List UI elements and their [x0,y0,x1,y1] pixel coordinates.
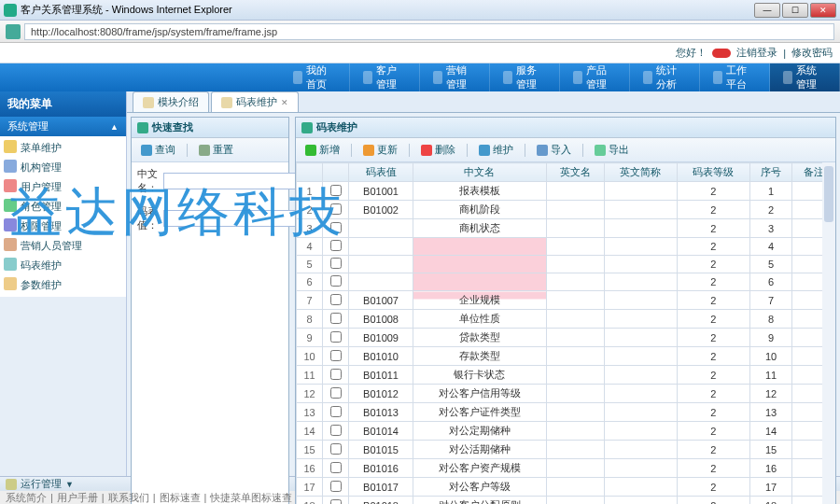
cell-en [546,256,604,273]
grid-toolbar: 新增 更新 删除 维护 导入 导出 [296,138,835,162]
row-checkbox[interactable] [330,350,342,361]
close-icon[interactable]: ✕ [281,98,288,107]
code-value-input[interactable] [163,210,301,227]
cell-level: 2 [677,403,749,422]
footer-link[interactable]: 快捷菜单图标速查 [210,491,292,505]
sidebar-item[interactable]: 机构管理 [0,158,126,177]
column-header[interactable] [297,163,323,182]
column-header[interactable] [323,163,349,182]
nav-item[interactable]: 我的首页 [280,63,350,91]
column-header[interactable]: 中文名 [413,163,547,182]
table-row[interactable]: 7B01007企业规模27 [297,291,835,310]
nav-icon [433,71,442,84]
content-tab[interactable]: 模块介绍 [133,91,209,112]
table-row[interactable]: 9B01009贷款类型29 [297,329,835,347]
table-row[interactable]: 626 [297,273,835,291]
cell-code: B01009 [349,329,413,347]
row-checkbox[interactable] [330,425,342,436]
row-checkbox[interactable] [330,222,342,233]
maximize-button[interactable]: ☐ [782,3,808,18]
row-checkbox[interactable] [330,294,342,305]
footer-link[interactable]: 系统简介 [6,491,47,505]
table-row[interactable]: 12B01012对公客户信用等级212 [297,385,835,403]
table-row[interactable]: 3商机状态23 [297,219,835,238]
change-password-link[interactable]: 修改密码 [791,46,833,60]
sidebar-item[interactable]: 用户管理 [0,177,126,197]
sidebar-item[interactable]: 权限管理 [0,217,126,236]
table-row[interactable]: 1B01001报表模板21 [297,182,835,201]
footer-link[interactable]: 图标速查 [160,491,201,505]
table-row[interactable]: 13B01013对公客户证件类型213 [297,403,835,422]
grid-scroll[interactable]: 码表值中文名英文名英文简称码表等级序号备注 1B01001报表模板212B010… [296,162,835,504]
logout-link[interactable]: 注销登录 [736,46,777,60]
sidebar-item[interactable]: 营销人员管理 [0,236,126,256]
row-checkbox[interactable] [330,258,342,269]
table-row[interactable]: 525 [297,256,835,273]
sidebar-item[interactable]: 菜单维护 [0,138,126,158]
table-row[interactable]: 2B01002商机阶段22 [297,201,835,219]
scrollbar-thumb[interactable] [824,166,833,222]
cell-cn: 商机状态 [413,219,547,238]
table-row[interactable]: 424 [297,238,835,256]
row-checkbox[interactable] [330,331,342,343]
column-header[interactable]: 序号 [749,163,792,182]
nav-item[interactable]: 产品管理 [560,63,630,91]
content-tab[interactable]: 码表维护✕ [211,91,299,112]
table-row[interactable]: 18B01018对公客户分配原则218 [297,497,835,505]
sidebar-item[interactable]: 参数维护 [0,275,126,295]
go-icon[interactable] [6,24,21,39]
table-row[interactable]: 10B01010存款类型210 [297,347,835,366]
url-field[interactable]: http://localhost:8080/frame/jsp/system/f… [24,23,834,40]
update-button[interactable]: 更新 [359,141,401,159]
row-checkbox[interactable] [330,462,342,473]
nav-item[interactable]: 客户管理 [350,63,420,91]
vertical-scrollbar[interactable] [822,162,835,504]
nav-item[interactable]: 工作平台 [700,63,770,91]
table-row[interactable]: 8B01008单位性质28 [297,310,835,329]
import-button[interactable]: 导入 [533,141,575,159]
add-button[interactable]: 新增 [301,141,343,159]
column-header[interactable]: 码表等级 [677,163,749,182]
row-checkbox[interactable] [330,387,342,399]
table-row[interactable]: 17B01017对公客户等级217 [297,478,835,497]
nav-item[interactable]: 统计分析 [630,63,700,91]
footer-link[interactable]: 联系我们 [108,491,149,505]
sidebar-item-label: 菜单维护 [21,142,62,153]
delete-button[interactable]: 删除 [417,141,459,159]
export-button[interactable]: 导出 [591,141,633,159]
row-checkbox[interactable] [330,240,342,251]
table-row[interactable]: 16B01016对公客户资产规模216 [297,459,835,478]
column-header[interactable]: 英文简称 [604,163,677,182]
sidebar-section[interactable]: 系统管理 ▲ [0,117,126,136]
footer-link[interactable]: 用户手册 [57,491,98,505]
column-header[interactable]: 码表值 [349,163,413,182]
table-row[interactable]: 15B01015对公活期储种215 [297,441,835,459]
query-button[interactable]: 查询 [137,141,179,159]
column-header[interactable]: 英文名 [546,163,604,182]
table-row[interactable]: 14B01014对公定期储种214 [297,422,835,441]
status-label[interactable]: 运行管理 [21,477,62,491]
row-checkbox[interactable] [330,406,342,417]
table-row[interactable]: 11B01011银行卡状态211 [297,366,835,385]
row-checkbox[interactable] [330,313,342,324]
close-button[interactable]: ✕ [810,3,836,18]
cell-ab [604,238,677,256]
window-titlebar: 客户关系管理系统 - Windows Internet Explorer — ☐… [0,0,840,21]
reset-button[interactable]: 重置 [195,141,237,159]
row-checkbox[interactable] [330,275,342,287]
sidebar-item[interactable]: 码表维护 [0,256,126,275]
row-checkbox[interactable] [330,203,342,215]
maintain-button[interactable]: 维护 [475,141,517,159]
cn-name-input[interactable] [163,173,301,189]
row-checkbox[interactable] [330,481,342,492]
row-checkbox[interactable] [330,369,342,380]
edit-icon [301,122,313,133]
row-checkbox[interactable] [330,499,342,505]
nav-item[interactable]: 营销管理 [420,63,490,91]
nav-item[interactable]: 系统管理 [770,63,840,91]
row-checkbox[interactable] [330,443,342,455]
row-checkbox[interactable] [330,185,342,196]
nav-item[interactable]: 服务管理 [490,63,560,91]
sidebar-item[interactable]: 角色管理 [0,197,126,217]
minimize-button[interactable]: — [754,3,780,18]
